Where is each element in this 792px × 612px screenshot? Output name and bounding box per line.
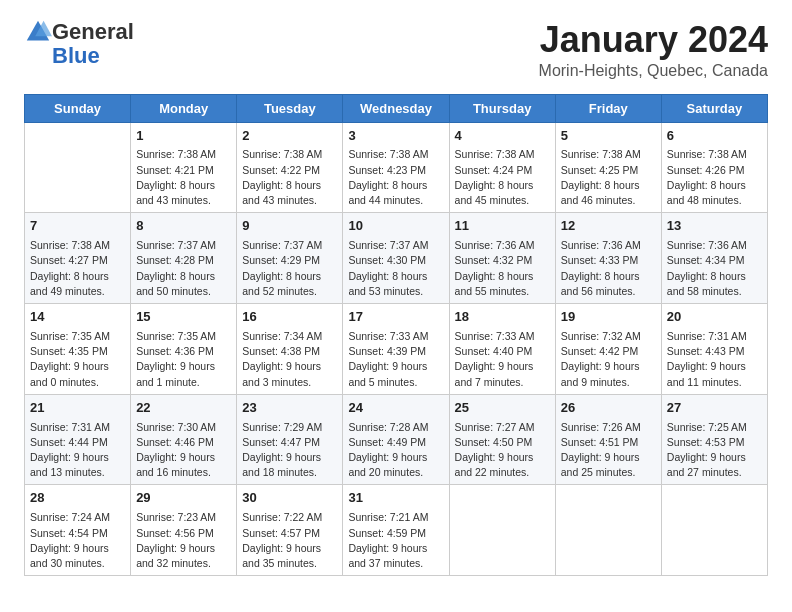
day-number: 7 bbox=[30, 217, 125, 236]
calendar-cell: 23Sunrise: 7:29 AMSunset: 4:47 PMDayligh… bbox=[237, 394, 343, 485]
calendar-cell: 15Sunrise: 7:35 AMSunset: 4:36 PMDayligh… bbox=[131, 304, 237, 395]
day-info: Sunrise: 7:38 AMSunset: 4:27 PMDaylight:… bbox=[30, 238, 125, 299]
day-info: Sunrise: 7:38 AMSunset: 4:26 PMDaylight:… bbox=[667, 147, 762, 208]
logo-icon bbox=[24, 18, 52, 46]
day-number: 23 bbox=[242, 399, 337, 418]
day-number: 27 bbox=[667, 399, 762, 418]
day-number: 21 bbox=[30, 399, 125, 418]
day-number: 1 bbox=[136, 127, 231, 146]
calendar-cell: 19Sunrise: 7:32 AMSunset: 4:42 PMDayligh… bbox=[555, 304, 661, 395]
day-info: Sunrise: 7:27 AMSunset: 4:50 PMDaylight:… bbox=[455, 420, 550, 481]
weekday-header-saturday: Saturday bbox=[661, 94, 767, 122]
calendar-cell bbox=[555, 485, 661, 576]
calendar-subtitle: Morin-Heights, Quebec, Canada bbox=[539, 62, 768, 80]
day-number: 19 bbox=[561, 308, 656, 327]
day-info: Sunrise: 7:22 AMSunset: 4:57 PMDaylight:… bbox=[242, 510, 337, 571]
day-number: 26 bbox=[561, 399, 656, 418]
calendar-cell: 21Sunrise: 7:31 AMSunset: 4:44 PMDayligh… bbox=[25, 394, 131, 485]
calendar-cell: 10Sunrise: 7:37 AMSunset: 4:30 PMDayligh… bbox=[343, 213, 449, 304]
day-number: 10 bbox=[348, 217, 443, 236]
logo-general: General bbox=[52, 19, 134, 44]
calendar-cell: 6Sunrise: 7:38 AMSunset: 4:26 PMDaylight… bbox=[661, 122, 767, 213]
day-number: 4 bbox=[455, 127, 550, 146]
day-info: Sunrise: 7:38 AMSunset: 4:21 PMDaylight:… bbox=[136, 147, 231, 208]
calendar-cell: 9Sunrise: 7:37 AMSunset: 4:29 PMDaylight… bbox=[237, 213, 343, 304]
day-number: 2 bbox=[242, 127, 337, 146]
day-info: Sunrise: 7:36 AMSunset: 4:32 PMDaylight:… bbox=[455, 238, 550, 299]
day-info: Sunrise: 7:24 AMSunset: 4:54 PMDaylight:… bbox=[30, 510, 125, 571]
calendar-cell: 31Sunrise: 7:21 AMSunset: 4:59 PMDayligh… bbox=[343, 485, 449, 576]
day-info: Sunrise: 7:32 AMSunset: 4:42 PMDaylight:… bbox=[561, 329, 656, 390]
day-number: 11 bbox=[455, 217, 550, 236]
day-info: Sunrise: 7:35 AMSunset: 4:36 PMDaylight:… bbox=[136, 329, 231, 390]
day-info: Sunrise: 7:31 AMSunset: 4:43 PMDaylight:… bbox=[667, 329, 762, 390]
calendar-header: SundayMondayTuesdayWednesdayThursdayFrid… bbox=[25, 94, 768, 122]
day-number: 15 bbox=[136, 308, 231, 327]
day-number: 31 bbox=[348, 489, 443, 508]
day-info: Sunrise: 7:31 AMSunset: 4:44 PMDaylight:… bbox=[30, 420, 125, 481]
calendar-cell: 20Sunrise: 7:31 AMSunset: 4:43 PMDayligh… bbox=[661, 304, 767, 395]
calendar-cell: 1Sunrise: 7:38 AMSunset: 4:21 PMDaylight… bbox=[131, 122, 237, 213]
day-info: Sunrise: 7:29 AMSunset: 4:47 PMDaylight:… bbox=[242, 420, 337, 481]
day-number: 12 bbox=[561, 217, 656, 236]
weekday-header-tuesday: Tuesday bbox=[237, 94, 343, 122]
calendar-cell bbox=[661, 485, 767, 576]
weekday-header-friday: Friday bbox=[555, 94, 661, 122]
day-number: 6 bbox=[667, 127, 762, 146]
day-info: Sunrise: 7:21 AMSunset: 4:59 PMDaylight:… bbox=[348, 510, 443, 571]
day-info: Sunrise: 7:34 AMSunset: 4:38 PMDaylight:… bbox=[242, 329, 337, 390]
day-info: Sunrise: 7:35 AMSunset: 4:35 PMDaylight:… bbox=[30, 329, 125, 390]
calendar-cell: 13Sunrise: 7:36 AMSunset: 4:34 PMDayligh… bbox=[661, 213, 767, 304]
calendar-cell bbox=[449, 485, 555, 576]
calendar-cell: 26Sunrise: 7:26 AMSunset: 4:51 PMDayligh… bbox=[555, 394, 661, 485]
day-info: Sunrise: 7:25 AMSunset: 4:53 PMDaylight:… bbox=[667, 420, 762, 481]
calendar-cell: 4Sunrise: 7:38 AMSunset: 4:24 PMDaylight… bbox=[449, 122, 555, 213]
calendar-cell: 7Sunrise: 7:38 AMSunset: 4:27 PMDaylight… bbox=[25, 213, 131, 304]
calendar-cell: 29Sunrise: 7:23 AMSunset: 4:56 PMDayligh… bbox=[131, 485, 237, 576]
day-number: 13 bbox=[667, 217, 762, 236]
day-info: Sunrise: 7:38 AMSunset: 4:23 PMDaylight:… bbox=[348, 147, 443, 208]
day-number: 5 bbox=[561, 127, 656, 146]
day-info: Sunrise: 7:33 AMSunset: 4:39 PMDaylight:… bbox=[348, 329, 443, 390]
day-info: Sunrise: 7:37 AMSunset: 4:30 PMDaylight:… bbox=[348, 238, 443, 299]
page-header: General Blue January 2024 Morin-Heights,… bbox=[24, 20, 768, 80]
day-number: 22 bbox=[136, 399, 231, 418]
day-number: 16 bbox=[242, 308, 337, 327]
day-number: 18 bbox=[455, 308, 550, 327]
day-info: Sunrise: 7:37 AMSunset: 4:28 PMDaylight:… bbox=[136, 238, 231, 299]
calendar-cell: 22Sunrise: 7:30 AMSunset: 4:46 PMDayligh… bbox=[131, 394, 237, 485]
calendar-cell: 27Sunrise: 7:25 AMSunset: 4:53 PMDayligh… bbox=[661, 394, 767, 485]
day-number: 3 bbox=[348, 127, 443, 146]
day-number: 28 bbox=[30, 489, 125, 508]
day-number: 8 bbox=[136, 217, 231, 236]
day-info: Sunrise: 7:36 AMSunset: 4:33 PMDaylight:… bbox=[561, 238, 656, 299]
calendar-cell: 11Sunrise: 7:36 AMSunset: 4:32 PMDayligh… bbox=[449, 213, 555, 304]
calendar-cell: 8Sunrise: 7:37 AMSunset: 4:28 PMDaylight… bbox=[131, 213, 237, 304]
day-info: Sunrise: 7:38 AMSunset: 4:25 PMDaylight:… bbox=[561, 147, 656, 208]
logo: General Blue bbox=[24, 20, 134, 68]
day-info: Sunrise: 7:30 AMSunset: 4:46 PMDaylight:… bbox=[136, 420, 231, 481]
day-number: 17 bbox=[348, 308, 443, 327]
day-number: 30 bbox=[242, 489, 337, 508]
calendar-cell: 14Sunrise: 7:35 AMSunset: 4:35 PMDayligh… bbox=[25, 304, 131, 395]
calendar-cell: 5Sunrise: 7:38 AMSunset: 4:25 PMDaylight… bbox=[555, 122, 661, 213]
calendar-cell: 2Sunrise: 7:38 AMSunset: 4:22 PMDaylight… bbox=[237, 122, 343, 213]
calendar-cell: 28Sunrise: 7:24 AMSunset: 4:54 PMDayligh… bbox=[25, 485, 131, 576]
day-number: 29 bbox=[136, 489, 231, 508]
calendar-cell: 24Sunrise: 7:28 AMSunset: 4:49 PMDayligh… bbox=[343, 394, 449, 485]
weekday-header-wednesday: Wednesday bbox=[343, 94, 449, 122]
day-number: 25 bbox=[455, 399, 550, 418]
calendar-cell: 16Sunrise: 7:34 AMSunset: 4:38 PMDayligh… bbox=[237, 304, 343, 395]
day-info: Sunrise: 7:26 AMSunset: 4:51 PMDaylight:… bbox=[561, 420, 656, 481]
logo-blue: Blue bbox=[52, 43, 100, 68]
calendar-cell bbox=[25, 122, 131, 213]
day-info: Sunrise: 7:23 AMSunset: 4:56 PMDaylight:… bbox=[136, 510, 231, 571]
day-info: Sunrise: 7:37 AMSunset: 4:29 PMDaylight:… bbox=[242, 238, 337, 299]
weekday-header-thursday: Thursday bbox=[449, 94, 555, 122]
day-info: Sunrise: 7:33 AMSunset: 4:40 PMDaylight:… bbox=[455, 329, 550, 390]
day-info: Sunrise: 7:38 AMSunset: 4:24 PMDaylight:… bbox=[455, 147, 550, 208]
day-info: Sunrise: 7:28 AMSunset: 4:49 PMDaylight:… bbox=[348, 420, 443, 481]
weekday-header-sunday: Sunday bbox=[25, 94, 131, 122]
calendar-cell: 25Sunrise: 7:27 AMSunset: 4:50 PMDayligh… bbox=[449, 394, 555, 485]
calendar-cell: 17Sunrise: 7:33 AMSunset: 4:39 PMDayligh… bbox=[343, 304, 449, 395]
